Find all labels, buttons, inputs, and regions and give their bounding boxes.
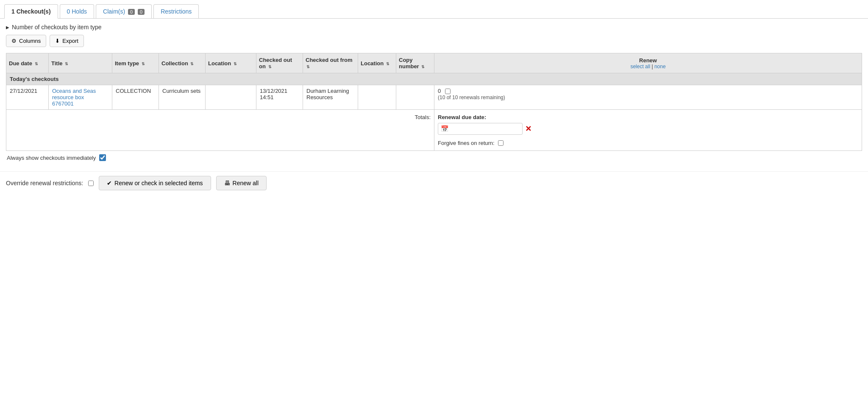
renew-selected-button[interactable]: ✔ Renew or check in selected items bbox=[99, 176, 211, 190]
col-header-copy-number[interactable]: Copy number ⇅ bbox=[396, 53, 434, 73]
tab-holds[interactable]: 0 Holds bbox=[60, 4, 94, 18]
section-header-label: Today's checkouts bbox=[10, 76, 59, 82]
col-header-due-date[interactable]: Due date ⇅ bbox=[6, 53, 49, 73]
clear-date-button[interactable]: ✕ bbox=[525, 125, 531, 133]
checkouts-table: Due date ⇅ Title ⇅ Item type ⇅ Collectio… bbox=[6, 53, 862, 151]
tab-checkouts-label: 1 Checkout(s) bbox=[11, 8, 51, 15]
tab-holds-label: 0 Holds bbox=[67, 8, 87, 15]
renewal-date-input[interactable] bbox=[451, 126, 520, 132]
table-row: 27/12/2021 Oceans and Seas resource box … bbox=[6, 85, 862, 110]
export-button[interactable]: ⬇ Export bbox=[50, 35, 84, 47]
sort-due-date-icon[interactable]: ⇅ bbox=[35, 62, 38, 66]
main-content: ▶ Number of checkouts by item type ⚙ Col… bbox=[0, 19, 868, 171]
summary-arrow-icon: ▶ bbox=[6, 25, 9, 30]
col-header-collection[interactable]: Collection ⇅ bbox=[159, 53, 206, 73]
forgive-fines-label: Forgive fines on return: bbox=[438, 140, 495, 146]
cell-item-type: COLLECTION bbox=[112, 85, 159, 110]
columns-gear-icon: ⚙ bbox=[11, 38, 17, 44]
renew-all-icon: 🖶 bbox=[224, 180, 230, 186]
renewals-remaining: (10 of 10 renewals remaining) bbox=[438, 95, 505, 100]
claims-badge-2: 0 bbox=[138, 9, 145, 15]
renewal-due-date-label: Renewal due date: bbox=[438, 114, 858, 120]
summary-toggle-label: Number of checkouts by item type bbox=[12, 24, 102, 31]
cell-checked-out-on: 13/12/2021 14:51 bbox=[256, 85, 303, 110]
footer-bar: Override renewal restrictions: ✔ Renew o… bbox=[0, 171, 868, 195]
renew-all-label: Renew all bbox=[233, 180, 259, 186]
tab-restrictions[interactable]: Restrictions bbox=[153, 4, 199, 18]
col-header-location[interactable]: Location ⇅ bbox=[206, 53, 256, 73]
cell-copy-number bbox=[396, 85, 434, 110]
sort-copy-number-icon[interactable]: ⇅ bbox=[421, 65, 425, 69]
sort-location-icon[interactable]: ⇅ bbox=[234, 62, 237, 66]
tab-bar: 1 Checkout(s) 0 Holds Claim(s) 0 0 Restr… bbox=[0, 0, 868, 19]
totals-row: Totals: Renewal due date: 📅 ✕ bbox=[6, 110, 862, 151]
checkmark-icon: ✔ bbox=[107, 180, 112, 186]
sort-checked-out-from-icon[interactable]: ⇅ bbox=[306, 65, 310, 69]
columns-label: Columns bbox=[19, 38, 41, 44]
section-header-row: Today's checkouts bbox=[6, 73, 862, 85]
export-label: Export bbox=[62, 38, 78, 44]
claims-badge-1: 0 bbox=[128, 9, 135, 15]
forgive-fines-checkbox[interactable] bbox=[498, 140, 504, 146]
always-show-row: Always show checkouts immediately bbox=[6, 151, 862, 166]
toolbar: ⚙ Columns ⬇ Export bbox=[6, 35, 862, 47]
renew-selected-label: Renew or check in selected items bbox=[114, 180, 203, 186]
select-none-link[interactable]: none bbox=[654, 64, 666, 70]
cell-location2 bbox=[358, 85, 396, 110]
columns-button[interactable]: ⚙ Columns bbox=[6, 35, 46, 47]
renew-header-label: Renew bbox=[639, 57, 657, 64]
table-header-row: Due date ⇅ Title ⇅ Item type ⇅ Collectio… bbox=[6, 53, 862, 73]
renew-checkbox[interactable] bbox=[445, 89, 451, 94]
tab-checkouts[interactable]: 1 Checkout(s) bbox=[4, 4, 58, 19]
item-number: 6767001 bbox=[52, 100, 74, 107]
col-header-checked-out-from[interactable]: Checked out from ⇅ bbox=[303, 53, 358, 73]
sort-location2-icon[interactable]: ⇅ bbox=[386, 62, 389, 66]
calendar-icon: 📅 bbox=[441, 125, 449, 133]
cell-title: Oceans and Seas resource box 6767001 bbox=[49, 85, 112, 110]
sort-item-type-icon[interactable]: ⇅ bbox=[142, 62, 145, 66]
tab-restrictions-label: Restrictions bbox=[161, 8, 192, 15]
cell-collection: Curriculum sets bbox=[159, 85, 206, 110]
export-icon: ⬇ bbox=[55, 38, 60, 44]
tab-claims-label: Claim(s) bbox=[103, 8, 125, 15]
renewal-date-input-wrapper[interactable]: 📅 bbox=[438, 123, 523, 135]
col-header-location2[interactable]: Location ⇅ bbox=[358, 53, 396, 73]
always-show-label: Always show checkouts immediately bbox=[7, 155, 96, 161]
sort-checked-out-on-icon[interactable]: ⇅ bbox=[268, 65, 272, 69]
item-title-link[interactable]: Oceans and Seas resource box bbox=[52, 88, 96, 100]
cell-due-date: 27/12/2021 bbox=[6, 85, 49, 110]
col-header-checked-out-on[interactable]: Checked out on ⇅ bbox=[256, 53, 303, 73]
override-checkbox[interactable] bbox=[88, 181, 94, 186]
col-header-item-type[interactable]: Item type ⇅ bbox=[112, 53, 159, 73]
cell-location bbox=[206, 85, 256, 110]
sort-title-icon[interactable]: ⇅ bbox=[65, 62, 68, 66]
totals-renewal-cell: Renewal due date: 📅 ✕ Forgive fines on r… bbox=[434, 110, 862, 151]
cell-checked-out-from: Durham Learning Resources bbox=[303, 85, 358, 110]
col-header-title[interactable]: Title ⇅ bbox=[49, 53, 112, 73]
override-label: Override renewal restrictions: bbox=[6, 180, 83, 186]
col-header-renew: Renew select all | none bbox=[434, 53, 862, 73]
sort-collection-icon[interactable]: ⇅ bbox=[190, 62, 194, 66]
always-show-checkbox[interactable] bbox=[99, 154, 106, 161]
totals-label-cell: Totals: bbox=[6, 110, 434, 151]
summary-toggle[interactable]: ▶ Number of checkouts by item type bbox=[6, 24, 862, 31]
cell-renew: 0 (10 of 10 renewals remaining) bbox=[434, 85, 862, 110]
select-all-link[interactable]: select all bbox=[630, 64, 650, 70]
tab-claims[interactable]: Claim(s) 0 0 bbox=[96, 4, 152, 18]
renew-all-button[interactable]: 🖶 Renew all bbox=[216, 176, 267, 190]
